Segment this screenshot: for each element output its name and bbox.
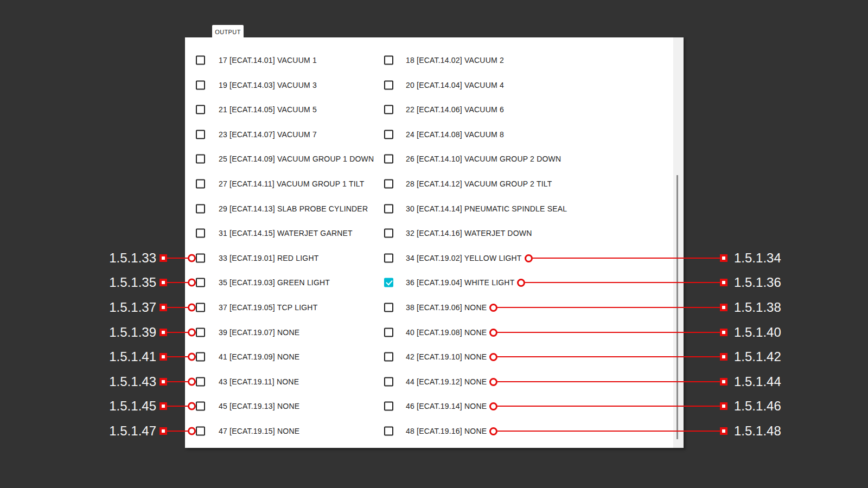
checkbox-32[interactable] (384, 229, 393, 238)
annotation-square-marker (720, 304, 727, 311)
output-label: 28 [ECAT.14.12] VACUUM GROUP 2 TILT (406, 179, 552, 188)
annotation-circle-marker (489, 378, 497, 386)
checkbox-26[interactable] (384, 155, 393, 164)
checkbox-23[interactable] (196, 130, 205, 139)
output-label: 43 [ECAT.19.11] NONE (219, 377, 299, 386)
checkbox-37[interactable] (196, 303, 205, 312)
annotation-line (166, 258, 189, 259)
annotation-label: 1.5.1.41 (71, 349, 156, 364)
annotation-line (497, 406, 720, 407)
checkbox-31[interactable] (196, 229, 205, 238)
output-label: 35 [ECAT.19.03] GREEN LIGHT (219, 278, 330, 287)
annotation-circle-marker (489, 427, 497, 435)
checkbox-18[interactable] (384, 56, 393, 65)
annotation-circle-marker (188, 304, 196, 312)
checkbox-40[interactable] (384, 328, 393, 337)
checkbox-17[interactable] (196, 56, 205, 65)
annotation-circle-marker (517, 279, 525, 287)
annotation-circle-marker (188, 402, 196, 410)
annotation-line (497, 356, 720, 357)
checkbox-30[interactable] (384, 204, 393, 214)
io-row: 1.5.1.39 39 [ECAT.19.07] NONE 40 [ECAT.1… (0, 320, 868, 345)
annotation-label: 1.5.1.45 (71, 399, 156, 414)
io-row: 1.5.1.35 35 [ECAT.19.03] GREEN LIGHT 36 … (0, 270, 868, 295)
annotation-label: 1.5.1.48 (734, 423, 781, 439)
annotation-line (166, 381, 189, 382)
checkbox-38[interactable] (384, 303, 393, 312)
checkbox-45[interactable] (196, 402, 205, 411)
io-row: 1.5.1.33 33 [ECAT.19.01] RED LIGHT 34 [E… (0, 246, 868, 271)
checkbox-36[interactable] (384, 278, 393, 287)
annotation-line (497, 307, 720, 308)
annotation-square-marker (720, 353, 727, 361)
checkbox-33[interactable] (196, 254, 205, 263)
output-label: 20 [ECAT.14.04] VACUUM 4 (406, 81, 504, 89)
annotation-group: 42 [ECAT.19.10] NONE (406, 352, 727, 361)
annotation-circle-marker (188, 378, 196, 386)
output-label: 29 [ECAT.14.13] SLAB PROBE CYLINDER (219, 204, 368, 213)
annotation-label: 1.5.1.43 (71, 374, 156, 389)
output-label: 48 [ECAT.19.16] NONE (406, 427, 487, 435)
annotation-label: 1.5.1.46 (734, 399, 781, 414)
checkbox-46[interactable] (384, 402, 393, 411)
output-label: 44 [ECAT.19.12] NONE (406, 377, 487, 386)
checkbox-48[interactable] (384, 427, 393, 436)
annotation-label: 1.5.1.42 (734, 349, 781, 364)
io-row: 1.5.1.43 43 [ECAT.19.11] NONE 44 [ECAT.1… (0, 369, 868, 394)
output-label: 38 [ECAT.19.06] NONE (406, 303, 487, 312)
checkbox-34[interactable] (384, 254, 393, 263)
annotation-circle-marker (489, 353, 497, 361)
checkbox-21[interactable] (196, 105, 205, 114)
checkbox-24[interactable] (384, 130, 393, 139)
annotation-circle-marker (188, 427, 196, 435)
output-label: 30 [ECAT.14.14] PNEUMATIC SPINDLE SEAL (406, 204, 567, 213)
annotation-line (166, 282, 189, 283)
annotation-line (166, 356, 189, 357)
output-label: 33 [ECAT.19.01] RED LIGHT (219, 254, 318, 262)
output-label: 32 [ECAT.14.16] WATERJET DOWN (406, 229, 532, 237)
annotation-circle-marker (188, 254, 196, 262)
checkbox-22[interactable] (384, 105, 393, 114)
checkbox-47[interactable] (196, 427, 205, 436)
checkbox-35[interactable] (196, 278, 205, 287)
annotation-line (525, 282, 720, 283)
output-label: 45 [ECAT.19.13] NONE (219, 402, 299, 410)
tab-output[interactable]: OUTPUT (212, 25, 244, 38)
output-label: 24 [ECAT.14.08] VACUUM 8 (406, 130, 504, 139)
annotation-line (497, 332, 720, 333)
checkbox-44[interactable] (384, 377, 393, 387)
output-label: 40 [ECAT.19.08] NONE (406, 328, 487, 337)
checkbox-25[interactable] (196, 155, 205, 164)
annotation-group: 38 [ECAT.19.06] NONE (406, 303, 727, 312)
checkbox-20[interactable] (384, 81, 393, 90)
checkbox-42[interactable] (384, 352, 393, 362)
checkbox-19[interactable] (196, 81, 205, 90)
checkbox-39[interactable] (196, 328, 205, 337)
output-label: 46 [ECAT.19.14] NONE (406, 402, 487, 410)
checkbox-28[interactable] (384, 179, 393, 189)
output-label: 36 [ECAT.19.04] WHITE LIGHT (406, 278, 514, 287)
annotation-square-marker (720, 279, 727, 286)
output-label: 41 [ECAT.19.09] NONE (219, 352, 299, 361)
checkbox-27[interactable] (196, 179, 205, 189)
annotation-group: 36 [ECAT.19.04] WHITE LIGHT (406, 278, 727, 287)
annotation-group: 44 [ECAT.19.12] NONE (406, 377, 727, 386)
checkbox-29[interactable] (196, 204, 205, 214)
annotation-line (166, 406, 189, 407)
annotation-square-marker (720, 254, 727, 262)
annotation-group: 46 [ECAT.19.14] NONE (406, 402, 727, 410)
annotation-label: 1.5.1.36 (734, 275, 781, 290)
annotation-label: 1.5.1.40 (734, 325, 781, 340)
annotation-square-marker (720, 329, 727, 336)
annotation-circle-marker (489, 304, 497, 312)
output-label: 17 [ECAT.14.01] VACUUM 1 (219, 56, 317, 65)
annotation-square-marker (720, 378, 727, 386)
annotation-circle-marker (188, 329, 196, 337)
checkbox-43[interactable] (196, 377, 205, 387)
output-label: 26 [ECAT.14.10] VACUUM GROUP 2 DOWN (406, 155, 561, 163)
io-row: 1.5.1.41 41 [ECAT.19.09] NONE 42 [ECAT.1… (0, 344, 868, 369)
output-label: 47 [ECAT.19.15] NONE (219, 427, 299, 435)
checkbox-41[interactable] (196, 352, 205, 362)
annotation-label: 1.5.1.33 (71, 251, 156, 266)
io-row: 1.5.1.47 47 [ECAT.19.15] NONE 48 [ECAT.1… (0, 419, 868, 444)
